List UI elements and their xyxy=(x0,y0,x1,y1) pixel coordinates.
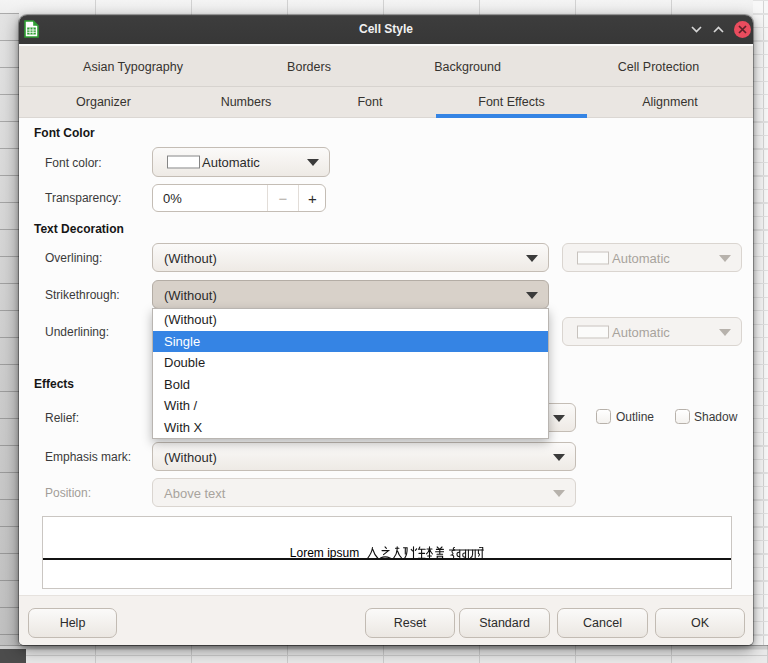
overlining-color-value: Automatic xyxy=(612,250,670,265)
dropdown-arrow-icon xyxy=(307,159,319,166)
spreadsheet-right-strip xyxy=(753,0,768,663)
increment-button[interactable]: + xyxy=(299,185,326,211)
tab-font-effects[interactable]: Font Effects xyxy=(436,87,587,117)
underlining-color-combobox: Automatic xyxy=(562,317,742,346)
shadow-checkbox[interactable] xyxy=(675,409,690,424)
dropdown-item-with-slash[interactable]: With / xyxy=(153,395,548,417)
emphasis-mark-label: Emphasis mark: xyxy=(45,450,131,464)
font-color-value: Automatic xyxy=(202,155,260,170)
tab-label: Alignment xyxy=(642,95,698,109)
position-value: Above text xyxy=(164,485,225,500)
dropdown-arrow-icon xyxy=(553,415,565,422)
preview-latin-text: Lorem ipsum xyxy=(290,546,359,560)
outline-checkbox[interactable] xyxy=(596,409,611,424)
tab-borders[interactable]: Borders xyxy=(247,46,371,86)
dropdown-item-bold[interactable]: Bold xyxy=(153,374,548,396)
tab-label: Font Effects xyxy=(478,95,544,109)
overlining-color-combobox: Automatic xyxy=(562,243,742,272)
overlining-combobox[interactable]: (Without) xyxy=(152,243,549,272)
strikethrough-combobox[interactable]: (Without) xyxy=(152,280,549,309)
underlining-label: Underlining: xyxy=(45,325,109,339)
transparency-spinbox[interactable]: 0% − + xyxy=(152,184,326,212)
dropdown-arrow-icon xyxy=(553,490,565,497)
tab-label: Borders xyxy=(287,60,331,74)
overlining-value: (Without) xyxy=(164,250,217,265)
color-swatch-automatic xyxy=(577,325,609,338)
close-circle xyxy=(734,21,751,38)
close-icon xyxy=(738,25,747,34)
relief-label: Relief: xyxy=(45,411,79,425)
emphasis-mark-value: (Without) xyxy=(164,449,217,464)
effects-heading: Effects xyxy=(34,377,74,391)
transparency-label: Transparency: xyxy=(45,191,121,205)
dialog-action-area: Help Reset Standard Cancel OK xyxy=(19,595,753,645)
spreadsheet-top-strip xyxy=(0,0,768,15)
tab-label: Background xyxy=(434,60,501,74)
standard-button[interactable]: Standard xyxy=(459,608,550,638)
ok-button[interactable]: OK xyxy=(655,608,745,638)
tab-label: Cell Protection xyxy=(618,60,699,74)
dropdown-arrow-icon xyxy=(526,292,538,299)
dropdown-item-double[interactable]: Double xyxy=(153,352,548,374)
tab-organizer[interactable]: Organizer xyxy=(19,87,188,117)
transparency-value: 0% xyxy=(163,191,182,206)
overlining-label: Overlining: xyxy=(45,251,102,265)
help-button[interactable]: Help xyxy=(28,608,117,638)
spreadsheet-bottom-strip xyxy=(0,645,768,663)
cell-style-dialog: Cell Style Asian Typo xyxy=(19,15,753,645)
decrement-button[interactable]: − xyxy=(268,185,298,211)
font-color-heading: Font Color xyxy=(34,126,95,140)
cancel-button[interactable]: Cancel xyxy=(557,608,648,638)
preview-cjk-text xyxy=(366,546,444,560)
tab-label: Organizer xyxy=(76,95,131,109)
strikethrough-label: Strikethrough: xyxy=(45,288,120,302)
tab-label: Asian Typography xyxy=(83,60,183,74)
tab-strip: Asian Typography Borders Background Cell… xyxy=(19,44,753,118)
spreadsheet-row-headers xyxy=(0,13,19,663)
outline-checkbox-label: Outline xyxy=(616,410,654,424)
position-label: Position: xyxy=(45,486,91,500)
tab-alignment[interactable]: Alignment xyxy=(587,87,753,117)
tab-row-2: Organizer Numbers Font Font Effects Alig… xyxy=(19,87,753,118)
font-color-combobox[interactable]: Automatic xyxy=(152,147,330,177)
dropdown-arrow-icon xyxy=(526,255,538,262)
strikethrough-value: (Without) xyxy=(164,287,217,302)
tab-row-1: Asian Typography Borders Background Cell… xyxy=(19,44,753,87)
position-combobox: Above text xyxy=(152,478,576,507)
color-swatch-automatic xyxy=(167,156,200,169)
font-color-label: Font color: xyxy=(45,156,102,170)
spreadsheet-corner xyxy=(0,649,26,663)
text-decoration-heading: Text Decoration xyxy=(34,222,124,236)
tab-label: Font xyxy=(357,95,382,109)
preview-window: Lorem ipsum xyxy=(42,516,732,589)
tab-numbers[interactable]: Numbers xyxy=(188,87,304,117)
font-effects-page: Font Color Font color: Automatic Transpa… xyxy=(19,118,753,595)
preview-text: Lorem ipsum xyxy=(43,545,731,560)
tab-asian-typography[interactable]: Asian Typography xyxy=(19,46,247,86)
tab-background[interactable]: Background xyxy=(371,46,564,86)
tab-font[interactable]: Font xyxy=(304,87,436,117)
window-title: Cell Style xyxy=(19,15,753,44)
dropdown-arrow-icon xyxy=(719,255,731,262)
color-swatch-automatic xyxy=(577,251,609,264)
tab-cell-protection[interactable]: Cell Protection xyxy=(564,46,753,86)
strikethrough-dropdown-list: (Without) Single Double Bold With / With… xyxy=(152,308,549,439)
tab-label: Numbers xyxy=(221,95,272,109)
preview-devanagari-text xyxy=(449,547,484,560)
dropdown-item-without[interactable]: (Without) xyxy=(153,309,548,331)
dropdown-arrow-icon xyxy=(719,329,731,336)
underlining-color-value: Automatic xyxy=(612,324,670,339)
chevron-down-icon xyxy=(691,26,702,33)
chevron-up-icon xyxy=(713,26,724,33)
emphasis-mark-combobox[interactable]: (Without) xyxy=(152,442,576,471)
dialog-titlebar[interactable]: Cell Style xyxy=(19,15,753,44)
unshade-button[interactable] xyxy=(708,19,729,40)
shadow-checkbox-label: Shadow xyxy=(694,410,737,424)
dropdown-arrow-icon xyxy=(553,454,565,461)
dropdown-item-single[interactable]: Single xyxy=(153,331,548,353)
close-button[interactable] xyxy=(732,19,753,40)
dropdown-item-with-x[interactable]: With X xyxy=(153,417,548,439)
reset-button[interactable]: Reset xyxy=(365,608,455,638)
screen: Cell Style Asian Typo xyxy=(0,0,768,663)
shade-button[interactable] xyxy=(686,19,707,40)
